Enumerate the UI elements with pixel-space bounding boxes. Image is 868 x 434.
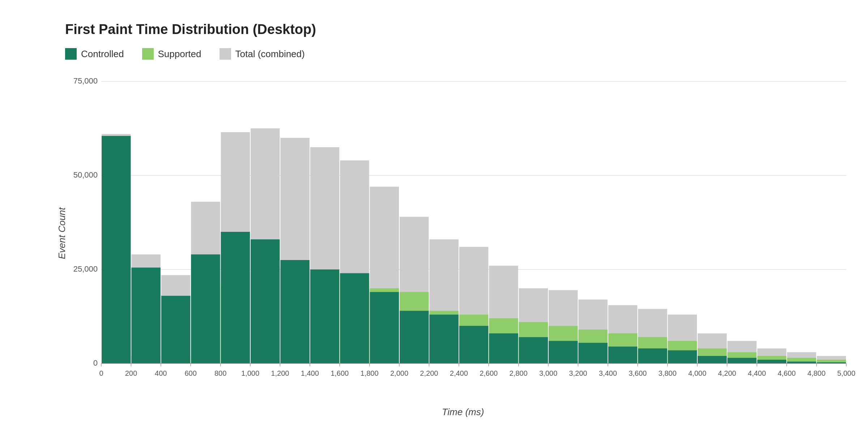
- svg-rect-46: [459, 326, 488, 363]
- legend-item-controlled: Controlled: [65, 48, 124, 60]
- svg-text:4,400: 4,400: [748, 369, 766, 377]
- svg-rect-19: [191, 254, 220, 363]
- svg-text:2,200: 2,200: [420, 369, 438, 377]
- svg-rect-70: [698, 356, 727, 363]
- chart-svg: 025,00050,00075,00002004006008001,0001,2…: [65, 74, 861, 392]
- svg-text:3,800: 3,800: [659, 369, 677, 377]
- svg-rect-28: [280, 260, 309, 363]
- legend-item-supported: Supported: [142, 48, 201, 60]
- svg-rect-55: [549, 341, 578, 363]
- svg-text:800: 800: [214, 369, 226, 377]
- svg-text:1,200: 1,200: [271, 369, 289, 377]
- svg-text:2,800: 2,800: [510, 369, 528, 377]
- svg-text:50,000: 50,000: [73, 170, 98, 179]
- y-axis-label: Event Count: [56, 207, 68, 259]
- svg-text:4,800: 4,800: [808, 369, 826, 377]
- svg-rect-67: [668, 350, 697, 363]
- svg-text:3,000: 3,000: [539, 369, 557, 377]
- svg-text:0: 0: [99, 369, 103, 377]
- svg-text:3,400: 3,400: [599, 369, 617, 377]
- svg-rect-10: [102, 136, 131, 363]
- svg-rect-43: [429, 315, 458, 363]
- x-axis-label: Time (ms): [442, 407, 484, 418]
- svg-text:4,200: 4,200: [718, 369, 736, 377]
- svg-text:200: 200: [125, 369, 137, 377]
- svg-rect-13: [131, 268, 160, 363]
- legend-item-total: Total (combined): [220, 48, 305, 60]
- svg-text:3,200: 3,200: [569, 369, 587, 377]
- svg-rect-40: [400, 311, 429, 363]
- svg-text:4,000: 4,000: [688, 369, 706, 377]
- svg-text:1,600: 1,600: [331, 369, 349, 377]
- svg-rect-52: [519, 337, 548, 363]
- chart-title: First Paint Time Distribution (Desktop): [65, 22, 839, 37]
- svg-text:75,000: 75,000: [73, 76, 98, 85]
- chart-container: First Paint Time Distribution (Desktop) …: [0, 0, 868, 434]
- svg-rect-61: [608, 346, 637, 363]
- svg-text:2,000: 2,000: [390, 369, 408, 377]
- chart-area: Event Count Time (ms) 025,00050,00075,00…: [65, 74, 861, 392]
- svg-rect-58: [578, 343, 607, 363]
- svg-text:0: 0: [93, 358, 98, 367]
- svg-rect-16: [161, 296, 190, 363]
- svg-rect-22: [221, 232, 250, 363]
- svg-text:600: 600: [185, 369, 197, 377]
- svg-text:3,600: 3,600: [629, 369, 647, 377]
- controlled-swatch: [65, 48, 77, 60]
- supported-label: Supported: [158, 48, 201, 60]
- svg-rect-64: [638, 348, 667, 363]
- svg-rect-25: [251, 239, 280, 363]
- svg-rect-31: [310, 269, 339, 363]
- svg-text:1,800: 1,800: [361, 369, 379, 377]
- svg-rect-73: [727, 358, 756, 363]
- svg-rect-79: [787, 362, 816, 363]
- total-label: Total (combined): [235, 48, 305, 60]
- controlled-label: Controlled: [81, 48, 124, 60]
- svg-text:2,400: 2,400: [450, 369, 468, 377]
- svg-text:5,000: 5,000: [837, 369, 855, 377]
- svg-text:1,400: 1,400: [301, 369, 319, 377]
- svg-text:4,600: 4,600: [778, 369, 796, 377]
- svg-text:400: 400: [155, 369, 167, 377]
- svg-rect-37: [370, 292, 399, 363]
- svg-text:2,600: 2,600: [480, 369, 498, 377]
- legend: Controlled Supported Total (combined): [65, 48, 839, 60]
- total-swatch: [220, 48, 231, 60]
- svg-text:25,000: 25,000: [73, 264, 98, 273]
- svg-text:1,000: 1,000: [241, 369, 259, 377]
- supported-swatch: [142, 48, 154, 60]
- svg-rect-76: [757, 360, 786, 363]
- svg-rect-34: [340, 273, 369, 363]
- svg-rect-49: [489, 333, 518, 363]
